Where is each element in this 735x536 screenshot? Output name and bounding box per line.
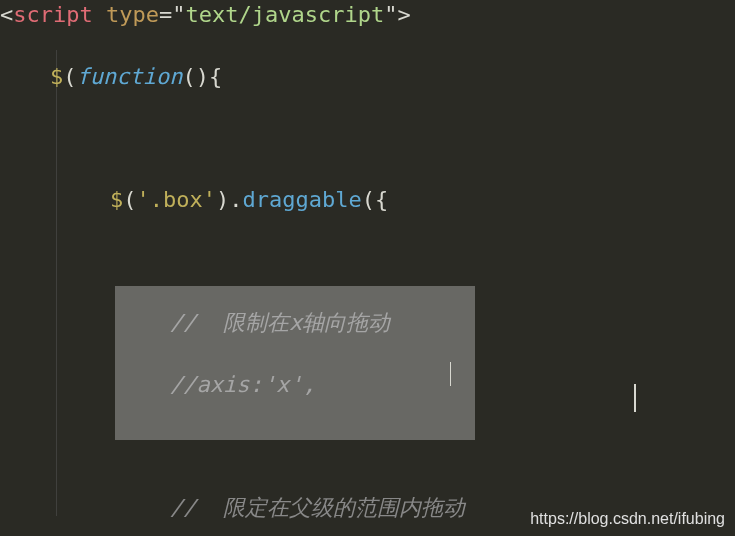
text-cursor <box>634 384 636 412</box>
tag-script: script <box>13 2 92 27</box>
comment-containment-note: // 限定在父级的范围内拖动 <box>170 495 465 520</box>
val-type: text/javascript <box>185 2 384 27</box>
kw-function: function <box>77 64 183 89</box>
selector-box: '.box' <box>137 187 216 212</box>
method-draggable: draggable <box>242 187 361 212</box>
text-cursor-inline <box>450 362 451 386</box>
jq-dollar: $ <box>50 64 63 89</box>
code-content: <script type="text/javascript"> $(functi… <box>0 0 735 536</box>
watermark-url: https://blog.csdn.net/ifubing <box>530 508 725 530</box>
attr-type: type <box>106 2 159 27</box>
draggable-box[interactable] <box>115 286 475 440</box>
code-editor[interactable]: <script type="text/javascript"> $(functi… <box>0 0 735 536</box>
